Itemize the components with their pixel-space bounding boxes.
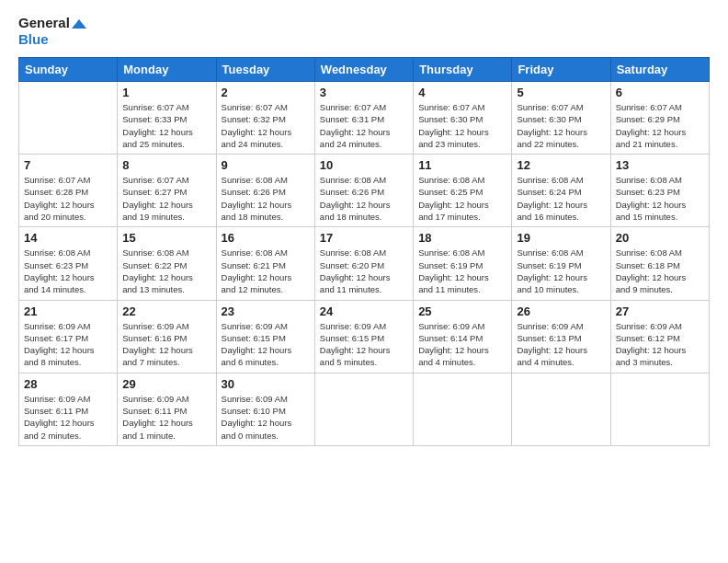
calendar-week-row: 28Sunrise: 6:09 AM Sunset: 6:11 PM Dayli… <box>19 373 710 445</box>
calendar-cell: 16Sunrise: 6:08 AM Sunset: 6:21 PM Dayli… <box>216 227 314 300</box>
calendar-cell: 23Sunrise: 6:09 AM Sunset: 6:15 PM Dayli… <box>216 300 314 373</box>
calendar-cell: 4Sunrise: 6:07 AM Sunset: 6:30 PM Daylig… <box>414 82 512 155</box>
calendar-cell: 18Sunrise: 6:08 AM Sunset: 6:19 PM Dayli… <box>414 227 512 300</box>
calendar-cell: 28Sunrise: 6:09 AM Sunset: 6:11 PM Dayli… <box>19 373 118 445</box>
calendar-cell: 15Sunrise: 6:08 AM Sunset: 6:22 PM Dayli… <box>118 227 216 300</box>
day-number: 20 <box>616 231 704 245</box>
day-info: Sunrise: 6:09 AM Sunset: 6:14 PM Dayligh… <box>418 320 506 369</box>
day-info: Sunrise: 6:08 AM Sunset: 6:22 PM Dayligh… <box>122 247 210 295</box>
day-info: Sunrise: 6:07 AM Sunset: 6:31 PM Dayligh… <box>320 101 408 150</box>
calendar-cell: 29Sunrise: 6:09 AM Sunset: 6:11 PM Dayli… <box>118 373 216 445</box>
day-info: Sunrise: 6:08 AM Sunset: 6:21 PM Dayligh… <box>222 247 310 295</box>
calendar-cell: 26Sunrise: 6:09 AM Sunset: 6:13 PM Dayli… <box>512 300 610 373</box>
day-number: 29 <box>122 377 210 391</box>
day-number: 9 <box>222 158 310 172</box>
day-number: 21 <box>24 304 112 318</box>
calendar-day-header: Thursday <box>414 58 512 82</box>
day-info: Sunrise: 6:08 AM Sunset: 6:20 PM Dayligh… <box>320 247 408 295</box>
day-info: Sunrise: 6:08 AM Sunset: 6:26 PM Dayligh… <box>320 174 408 223</box>
day-info: Sunrise: 6:08 AM Sunset: 6:24 PM Dayligh… <box>517 174 605 223</box>
calendar-cell: 8Sunrise: 6:07 AM Sunset: 6:27 PM Daylig… <box>118 155 216 227</box>
day-info: Sunrise: 6:07 AM Sunset: 6:29 PM Dayligh… <box>616 101 704 150</box>
day-info: Sunrise: 6:08 AM Sunset: 6:19 PM Dayligh… <box>517 247 605 295</box>
day-info: Sunrise: 6:07 AM Sunset: 6:28 PM Dayligh… <box>24 174 112 223</box>
day-info: Sunrise: 6:08 AM Sunset: 6:19 PM Dayligh… <box>418 247 506 295</box>
calendar-cell: 2Sunrise: 6:07 AM Sunset: 6:32 PM Daylig… <box>216 82 314 155</box>
day-number: 6 <box>616 86 704 99</box>
day-number: 16 <box>222 231 310 245</box>
day-info: Sunrise: 6:07 AM Sunset: 6:30 PM Dayligh… <box>517 101 605 150</box>
day-info: Sunrise: 6:07 AM Sunset: 6:33 PM Dayligh… <box>122 101 210 150</box>
calendar-cell: 20Sunrise: 6:08 AM Sunset: 6:18 PM Dayli… <box>610 227 709 300</box>
calendar-day-header: Friday <box>512 58 610 82</box>
day-number: 23 <box>222 304 310 318</box>
calendar-cell: 11Sunrise: 6:08 AM Sunset: 6:25 PM Dayli… <box>414 155 512 227</box>
calendar-day-header: Saturday <box>610 58 709 82</box>
day-info: Sunrise: 6:07 AM Sunset: 6:27 PM Dayligh… <box>122 174 210 223</box>
calendar-cell: 19Sunrise: 6:08 AM Sunset: 6:19 PM Dayli… <box>512 227 610 300</box>
day-info: Sunrise: 6:09 AM Sunset: 6:15 PM Dayligh… <box>222 320 310 369</box>
day-number: 25 <box>418 304 506 318</box>
day-info: Sunrise: 6:09 AM Sunset: 6:12 PM Dayligh… <box>616 320 704 369</box>
day-number: 5 <box>517 86 605 99</box>
day-number: 4 <box>418 86 506 99</box>
day-number: 2 <box>222 86 310 99</box>
day-number: 12 <box>517 158 605 172</box>
calendar-cell: 17Sunrise: 6:08 AM Sunset: 6:20 PM Dayli… <box>314 227 413 300</box>
calendar-week-row: 14Sunrise: 6:08 AM Sunset: 6:23 PM Dayli… <box>19 227 710 300</box>
day-info: Sunrise: 6:08 AM Sunset: 6:25 PM Dayligh… <box>418 174 506 223</box>
day-number: 3 <box>320 86 408 99</box>
day-number: 1 <box>122 86 210 99</box>
day-number: 14 <box>24 231 112 245</box>
day-number: 27 <box>616 304 704 318</box>
calendar-cell: 1Sunrise: 6:07 AM Sunset: 6:33 PM Daylig… <box>118 82 216 155</box>
day-number: 26 <box>517 304 605 318</box>
calendar-cell: 7Sunrise: 6:07 AM Sunset: 6:28 PM Daylig… <box>19 155 118 227</box>
calendar-day-header: Sunday <box>19 58 118 82</box>
day-info: Sunrise: 6:09 AM Sunset: 6:13 PM Dayligh… <box>517 320 605 369</box>
calendar-cell: 27Sunrise: 6:09 AM Sunset: 6:12 PM Dayli… <box>610 300 709 373</box>
day-number: 15 <box>122 231 210 245</box>
day-number: 24 <box>320 304 408 318</box>
day-number: 8 <box>122 158 210 172</box>
day-info: Sunrise: 6:07 AM Sunset: 6:30 PM Dayligh… <box>418 101 506 150</box>
day-info: Sunrise: 6:09 AM Sunset: 6:17 PM Dayligh… <box>24 320 112 369</box>
calendar-cell: 22Sunrise: 6:09 AM Sunset: 6:16 PM Dayli… <box>118 300 216 373</box>
calendar-day-header: Wednesday <box>314 58 413 82</box>
day-info: Sunrise: 6:07 AM Sunset: 6:32 PM Dayligh… <box>222 101 310 150</box>
calendar-cell: 10Sunrise: 6:08 AM Sunset: 6:26 PM Dayli… <box>314 155 413 227</box>
day-number: 28 <box>24 377 112 391</box>
calendar-table: SundayMondayTuesdayWednesdayThursdayFrid… <box>18 57 710 446</box>
calendar-cell: 13Sunrise: 6:08 AM Sunset: 6:23 PM Dayli… <box>610 155 709 227</box>
day-number: 11 <box>418 158 506 172</box>
day-info: Sunrise: 6:08 AM Sunset: 6:18 PM Dayligh… <box>616 247 704 295</box>
calendar-cell: 6Sunrise: 6:07 AM Sunset: 6:29 PM Daylig… <box>610 82 709 155</box>
day-number: 19 <box>517 231 605 245</box>
day-number: 30 <box>222 377 310 391</box>
day-info: Sunrise: 6:09 AM Sunset: 6:16 PM Dayligh… <box>122 320 210 369</box>
calendar-cell: 5Sunrise: 6:07 AM Sunset: 6:30 PM Daylig… <box>512 82 610 155</box>
calendar-cell: 12Sunrise: 6:08 AM Sunset: 6:24 PM Dayli… <box>512 155 610 227</box>
calendar-cell: 21Sunrise: 6:09 AM Sunset: 6:17 PM Dayli… <box>19 300 118 373</box>
day-info: Sunrise: 6:08 AM Sunset: 6:23 PM Dayligh… <box>24 247 112 295</box>
calendar-header-row: SundayMondayTuesdayWednesdayThursdayFrid… <box>19 58 710 82</box>
calendar-cell <box>314 373 413 445</box>
calendar-week-row: 21Sunrise: 6:09 AM Sunset: 6:17 PM Dayli… <box>19 300 710 373</box>
day-info: Sunrise: 6:08 AM Sunset: 6:23 PM Dayligh… <box>616 174 704 223</box>
calendar-cell <box>19 82 118 155</box>
day-info: Sunrise: 6:09 AM Sunset: 6:10 PM Dayligh… <box>222 393 310 442</box>
calendar-week-row: 1Sunrise: 6:07 AM Sunset: 6:33 PM Daylig… <box>19 82 710 155</box>
calendar-cell: 14Sunrise: 6:08 AM Sunset: 6:23 PM Dayli… <box>19 227 118 300</box>
calendar-cell: 25Sunrise: 6:09 AM Sunset: 6:14 PM Dayli… <box>414 300 512 373</box>
calendar-cell: 24Sunrise: 6:09 AM Sunset: 6:15 PM Dayli… <box>314 300 413 373</box>
day-number: 13 <box>616 158 704 172</box>
page-header: General Blue <box>18 15 710 48</box>
calendar-week-row: 7Sunrise: 6:07 AM Sunset: 6:28 PM Daylig… <box>19 155 710 227</box>
day-number: 18 <box>418 231 506 245</box>
calendar-cell: 3Sunrise: 6:07 AM Sunset: 6:31 PM Daylig… <box>314 82 413 155</box>
calendar-cell <box>512 373 610 445</box>
day-number: 7 <box>24 158 112 172</box>
calendar-day-header: Tuesday <box>216 58 314 82</box>
calendar-cell: 30Sunrise: 6:09 AM Sunset: 6:10 PM Dayli… <box>216 373 314 445</box>
day-info: Sunrise: 6:09 AM Sunset: 6:15 PM Dayligh… <box>320 320 408 369</box>
